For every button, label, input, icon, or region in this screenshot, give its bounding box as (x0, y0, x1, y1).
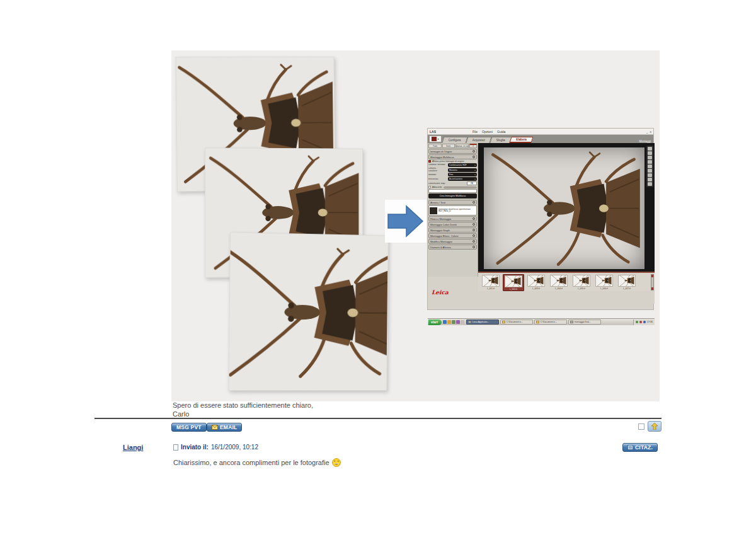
zoom-out-icon (648, 173, 652, 177)
montage-result-image (484, 147, 644, 269)
tab-sfoglia: Sfoglia (490, 137, 512, 143)
section-bilanc: Montaggio Bilanc. Colore (428, 233, 477, 238)
gear-icon (472, 229, 475, 231)
mail-icon (447, 320, 451, 324)
bug-image-3 (228, 239, 388, 384)
gear-icon (472, 217, 475, 220)
dropdown: Massimo▸ (448, 168, 477, 172)
tab-acquisisci: Acquisisci (466, 137, 491, 143)
folder-icon (536, 321, 539, 323)
explorer-icon (452, 320, 455, 324)
field-step: Dimensione step: 26 (428, 181, 477, 185)
post-divider (94, 418, 662, 419)
layers-icon (648, 156, 652, 159)
filmstrip: L_001.tif L_002.tif L_003.tif (478, 272, 655, 291)
zoom-fit-icon (648, 178, 652, 181)
align-option-row: Allinea prima Immagini di origine (428, 160, 477, 163)
copy-icon (648, 160, 652, 164)
step-spinner: 26 (467, 181, 477, 185)
app-left-panel: Tutti Dett. Elaboraz. in corso 2 Immagin… (428, 143, 478, 277)
section-multifocus: Montaggio Multifocus (428, 154, 477, 159)
bug-image-result (487, 150, 641, 267)
up-arrow-icon (651, 423, 658, 430)
filmstrip-thumbnail-selected: L_002.tif (503, 274, 524, 291)
post1-closing-line: Spero di essere stato sufficientemente c… (173, 401, 313, 409)
slider (444, 187, 477, 188)
taskbar-task-editor: montaggio final... (568, 319, 601, 325)
subtab-processing: Elaboraz. in corso (455, 144, 469, 148)
strip-footer (478, 291, 655, 304)
window-controls: _x (646, 130, 651, 134)
go-to-top-button[interactable] (648, 421, 662, 432)
section-modifica: Modifica Montaggio (428, 239, 477, 244)
filmstrip-thumbnail: L_005.tif (571, 274, 592, 291)
app-icon: ▾ (429, 135, 442, 142)
taskbar-clock: 17:35 (647, 321, 653, 323)
posted-datetime: 16/1/2009, 10:12 (211, 444, 258, 451)
gear-icon (472, 234, 475, 237)
post2-body: Chiarissimo, e ancora complimenti per le… (173, 458, 341, 467)
browser-icon (443, 320, 447, 324)
filmstrip-scrollbar (651, 274, 654, 291)
field-size: Dimens. carattere: Massimo▸ (428, 168, 477, 172)
gear-icon (472, 240, 475, 243)
app-title: LAS (430, 130, 436, 134)
checkbox-icon (428, 160, 431, 163)
windows-taskbar: start Leica Applicatio... C:\Documenti e… (428, 318, 655, 325)
app-menu-bar: File Opzioni Guida (472, 130, 505, 134)
document-icon (570, 321, 573, 323)
post2-author-link[interactable]: Liangi (123, 444, 143, 451)
media-icon (456, 320, 460, 324)
filmstrip-thumbnail: L_007.tif (616, 274, 638, 291)
pan-icon (648, 182, 652, 186)
section-ritocca: Ritocca Montaggio (428, 216, 477, 221)
select-post-checkbox[interactable] (638, 423, 644, 430)
annotate-icon (648, 164, 652, 168)
result-list-item: Montaggio MultiFocus Sperimentale: HD7_F… (428, 205, 477, 216)
dropdown: Fine▸ (448, 173, 477, 176)
section-diametri: Diametri & Altezza (428, 244, 477, 250)
gear-icon (472, 201, 475, 204)
quote-icon (627, 445, 633, 450)
viewer-toolbar (646, 146, 653, 187)
zoom-in-icon (648, 169, 652, 173)
create-multifocus-button: Crea Immagine Multifocus (428, 193, 477, 198)
tab-configura: Configura (442, 137, 467, 143)
filmstrip-thumbnail: L_004.tif (548, 274, 570, 291)
save-icon (648, 147, 652, 151)
workflow-arrow-plate (385, 200, 427, 243)
start-button: start (428, 319, 442, 325)
field-metodo: Metodo: Fine▸ (428, 173, 477, 176)
posted-label: Inviato il: (181, 444, 209, 451)
email-button[interactable]: EMAIL (207, 423, 242, 432)
dropdown: Combinazione HDF▸ (448, 163, 477, 167)
tray-icon (639, 321, 642, 323)
taskbar-task-folder-2: C:\Documenti e... (534, 319, 567, 325)
app-title-bar: LAS File Opzioni Guida _x (428, 129, 653, 135)
subtab-all: Tutti (428, 144, 442, 148)
section-source-images: Immagini di Origine (428, 149, 477, 154)
section-annotations: Annota / Testi (428, 200, 477, 205)
desktop-icon (461, 320, 464, 324)
gear-icon (472, 156, 475, 158)
section-graph: Montaggio Graph (428, 227, 477, 233)
biggrin-smiley-icon (332, 458, 341, 467)
gear-icon (472, 223, 475, 226)
tray-icon (643, 321, 646, 323)
quote-button[interactable]: CITAZ. (622, 443, 658, 452)
folder-icon (502, 321, 505, 323)
taskbar-task-folder-1: C:\Documenti e... (500, 319, 533, 325)
minimize-icon: _ (646, 130, 648, 134)
system-tray: 17:35 (633, 319, 655, 325)
envelope-icon (212, 425, 218, 430)
tab-elabora-active: Elabora (510, 137, 534, 143)
app-task-icon (468, 321, 471, 323)
forum-page: LAS File Opzioni Guida _x ▾ Configura Ac… (0, 0, 756, 535)
filmstrip-thumbnail: L_001.tif (480, 274, 501, 291)
subtab-count: 2 (469, 144, 477, 148)
filmstrip-thumbnail: L_003.tif (525, 274, 547, 291)
field-efficienza: Efficienza: Accentuazione▸ (428, 177, 477, 181)
menu-options: Opzioni (482, 130, 493, 134)
app-image-viewer (478, 143, 655, 272)
msg-pvt-button[interactable]: MSG PVT (171, 423, 207, 432)
